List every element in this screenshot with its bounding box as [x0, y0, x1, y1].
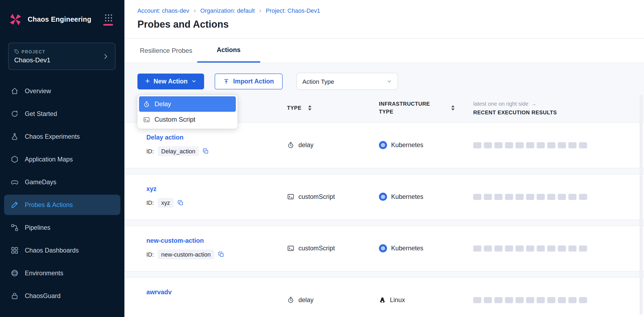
- infrastructure-text: Kubernetes: [391, 245, 423, 252]
- sidebar-item-label: GameDays: [25, 179, 56, 186]
- execution-result-placeholder: [568, 245, 577, 252]
- sidebar-item-label: ChaosGuard: [25, 292, 61, 300]
- copy-icon[interactable]: [218, 251, 224, 258]
- sidebar-header: Chaos Engineering: [0, 0, 124, 39]
- module-accent-bar: [103, 24, 113, 26]
- project-label-row: PROJECT: [14, 49, 102, 54]
- stopwatch-icon: [287, 296, 294, 304]
- action-id-chip: Delay_action: [157, 146, 199, 156]
- action-type-cell: customScript: [287, 245, 379, 252]
- sidebar-item-overview[interactable]: Overview: [4, 81, 120, 101]
- action-name-link[interactable]: awrvadv: [146, 289, 287, 296]
- sidebar-item-environments[interactable]: Environments: [4, 263, 120, 283]
- sidebar-item-chaos-experiments[interactable]: Chaos Experiments: [4, 127, 120, 147]
- execution-result-placeholder: [547, 194, 555, 200]
- chevron-down-icon: [191, 79, 196, 84]
- infrastructure-cell: ☸ Kubernetes: [379, 193, 473, 201]
- chevron-right-icon: [102, 53, 110, 60]
- sidebar-item-pipelines[interactable]: Pipelines: [4, 218, 120, 238]
- project-name: Chaos-Dev1: [14, 56, 102, 64]
- module-grid-icon[interactable]: [104, 14, 113, 22]
- action-type-cell: delay: [287, 296, 379, 304]
- globe-icon: [11, 269, 19, 277]
- breadcrumb-project-link[interactable]: Project: Chaos-Dev1: [266, 7, 320, 14]
- infrastructure-header-label: INFRASTRUCTURE TYPE: [379, 101, 433, 116]
- table-row: xyz ID: xyz: [124, 174, 644, 220]
- sidebar-item-label: Application Maps: [25, 156, 73, 163]
- execution-result-placeholder: [484, 194, 492, 200]
- action-id-chip: new-custom-action: [157, 250, 214, 259]
- sidebar-item-chaos-dashboards[interactable]: Chaos Dashboards: [4, 240, 120, 261]
- execution-result-placeholder: [537, 297, 545, 303]
- breadcrumb-account-link[interactable]: Account: chaos-dev: [137, 7, 189, 14]
- tab-resilience-probes[interactable]: Resilience Probes: [140, 39, 192, 63]
- breadcrumb-org-link[interactable]: Organization: default: [200, 7, 255, 14]
- lock-icon: [11, 292, 19, 300]
- table-row: awrvadv delay: [124, 277, 644, 317]
- execution-result-placeholder: [547, 142, 555, 148]
- execution-result-placeholder: [537, 142, 545, 148]
- action-name-cell: Delay action ID: Delay_action: [146, 134, 287, 157]
- sidebar-item-application-maps[interactable]: Application Maps: [4, 149, 120, 170]
- tab-bar: Resilience Probes Actions: [124, 38, 644, 63]
- breadcrumb: Account: chaos-dev › Organization: defau…: [137, 7, 320, 14]
- sidebar-item-get-started[interactable]: Get Started: [4, 104, 120, 124]
- execution-result-placeholder: [579, 245, 587, 252]
- execution-result-placeholder: [526, 142, 534, 148]
- execution-result-placeholder: [516, 245, 524, 252]
- action-type-filter-value: Action Type: [302, 78, 334, 85]
- chaos-engineering-app: Chaos Engineering: [0, 0, 644, 317]
- menu-item-label: Delay: [154, 101, 171, 108]
- execution-result-placeholder: [516, 297, 524, 303]
- actions-panel: + New Action Import Action Action: [124, 63, 644, 317]
- import-action-button[interactable]: Import Action: [214, 73, 282, 89]
- execution-result-placeholder: [558, 245, 566, 252]
- project-selector[interactable]: PROJECT Chaos-Dev1: [8, 43, 115, 70]
- toolbar: + New Action Import Action Action: [124, 63, 644, 90]
- action-type-text: delay: [298, 141, 314, 149]
- execution-result-placeholder: [494, 194, 503, 200]
- execution-result-placeholder: [516, 142, 524, 148]
- execution-result-placeholder: [494, 142, 503, 148]
- kubernetes-icon: ☸: [379, 141, 387, 149]
- action-name-link[interactable]: new-custom-action: [146, 237, 287, 244]
- execution-result-placeholder: [494, 297, 503, 303]
- copy-icon[interactable]: [177, 199, 184, 206]
- new-action-button[interactable]: + New Action: [137, 73, 204, 89]
- infrastructure-cell: Linux: [379, 296, 473, 304]
- execution-result-placeholder: [473, 245, 481, 252]
- action-name-link[interactable]: Delay action: [146, 134, 287, 141]
- sidebar-item-chaosguard[interactable]: ChaosGuard: [4, 286, 120, 306]
- execution-result-placeholder: [558, 297, 566, 303]
- sidebar-item-label: Get Started: [25, 110, 57, 118]
- import-icon: [223, 78, 229, 85]
- plus-icon: +: [145, 77, 150, 85]
- action-id-chip: xyz: [157, 198, 174, 208]
- id-label: ID:: [146, 199, 154, 206]
- menu-item-delay[interactable]: Delay: [139, 96, 236, 112]
- sidebar-item-gamedays[interactable]: GameDays: [4, 172, 120, 192]
- gamepad-icon: [11, 178, 19, 186]
- recent-results-note: latest one on right side →: [473, 101, 634, 107]
- tab-actions[interactable]: Actions: [197, 39, 260, 63]
- action-type-text: delay: [298, 296, 314, 304]
- copy-icon[interactable]: [203, 148, 209, 154]
- execution-result-placeholder: [505, 194, 513, 200]
- action-name-link[interactable]: xyz: [146, 185, 287, 193]
- table-header-infrastructure-type: INFRASTRUCTURE TYPE: [379, 101, 473, 116]
- app-title: Chaos Engineering: [28, 15, 91, 24]
- scrollbar[interactable]: [640, 95, 643, 315]
- sort-icon[interactable]: [451, 105, 455, 111]
- sidebar-item-probes-actions[interactable]: Probes & Actions: [4, 195, 120, 215]
- sidebar-item-label: Chaos Dashboards: [25, 247, 79, 254]
- recent-results-cell: [473, 245, 634, 252]
- kubernetes-icon: ☸: [379, 244, 387, 253]
- action-id-line: ID: xyz: [146, 197, 287, 208]
- action-type-filter[interactable]: Action Type: [296, 73, 398, 90]
- menu-item-custom-script[interactable]: Custom Script: [139, 112, 236, 127]
- sort-icon[interactable]: [308, 105, 311, 111]
- execution-result-placeholder: [516, 194, 524, 200]
- execution-result-placeholder: [484, 297, 492, 303]
- execution-result-placeholder: [568, 297, 577, 303]
- circle-arrow-icon: [11, 110, 19, 118]
